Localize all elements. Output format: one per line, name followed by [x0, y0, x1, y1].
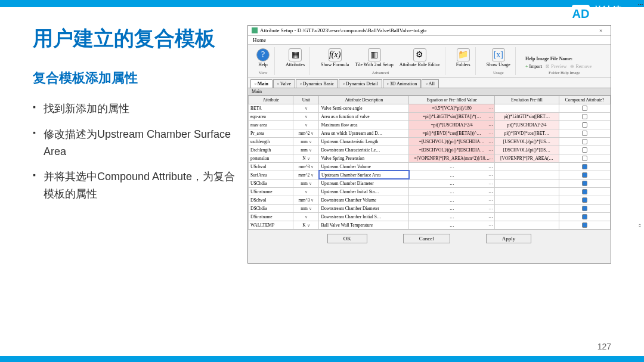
ok-button[interactable]: OK: [327, 234, 367, 243]
table-row[interactable]: Dschlengthmm ∨Downstream Characteristic …: [249, 146, 611, 154]
bullet-item: 找到新添加的属性: [33, 100, 236, 117]
table-row[interactable]: SurfAreamm^2 ∨Upstream Chamber Surface A…: [249, 171, 611, 179]
compound-checkbox[interactable]: [582, 197, 587, 203]
page-number: 127: [597, 342, 611, 351]
attributes-button[interactable]: ▦Attributes: [284, 47, 306, 69]
slide-subtitle: 复合模板添加属性: [33, 69, 236, 87]
folders-button[interactable]: 📁Folders: [455, 47, 472, 69]
compound-checkbox[interactable]: [582, 122, 587, 128]
ribbon-tab-home[interactable]: Home: [248, 36, 611, 45]
apply-button[interactable]: Apply: [486, 234, 532, 243]
table-row[interactable]: Pr_areamm^2 ∨Area on which Upstream and …: [249, 129, 611, 137]
table-row[interactable]: max-area ∨Maximum flow area=pi()*[USCHDI…: [249, 120, 611, 129]
compound-checkbox[interactable]: [582, 214, 587, 219]
compound-checkbox[interactable]: [582, 172, 587, 178]
bullet-item: 并将其选中Compound Attribute，为复合模板的属性: [33, 168, 236, 203]
tab-dynamics-basic[interactable]: ▫ Dynamics Basic: [296, 79, 338, 88]
preview-button[interactable]: ⊡ Preview: [546, 64, 566, 69]
tab-valve[interactable]: ▫ Valve: [273, 79, 295, 88]
compound-checkbox[interactable]: [582, 156, 587, 161]
bullet-item: 修改描述为Upstream Chamber Surface Area: [33, 126, 236, 160]
table-row[interactable]: USinstname ∨Upstream Chamber Initial Sta…: [249, 187, 611, 196]
rule-editor-button[interactable]: ⚙Attribute Rule Editor: [398, 47, 441, 69]
help-button[interactable]: ?Help: [255, 47, 271, 69]
compound-checkbox[interactable]: [582, 189, 587, 194]
compound-checkbox[interactable]: [582, 206, 587, 211]
tab-3d-animation[interactable]: ▫ 3D Animation: [383, 79, 421, 88]
app-screenshot: Attribute Setup - D:\GTI\v2023\resrc\com…: [247, 25, 611, 264]
import-button[interactable]: + Import: [525, 64, 542, 69]
section-label: Main: [248, 88, 611, 95]
app-icon: [252, 27, 258, 33]
remove-button[interactable]: ⊖ Remove: [570, 64, 592, 69]
compound-checkbox[interactable]: [582, 131, 587, 136]
brand-logo: AD 艾迪捷 ATIC CHINA: [572, 5, 633, 23]
tab-dynamics-detail[interactable]: ▫ Dynamics Detail: [339, 79, 382, 88]
compound-checkbox[interactable]: [582, 164, 587, 169]
bullet-list: 找到新添加的属性 修改描述为Upstream Chamber Surface A…: [33, 100, 236, 203]
compound-checkbox[interactable]: [582, 106, 587, 111]
table-row[interactable]: BETA ∨Valve Semi-cone angle=0.5*[VCA]*pi…: [249, 104, 611, 112]
window-titlebar: Attribute Setup - D:\GTI\v2023\resrc\com…: [248, 26, 611, 36]
table-row[interactable]: USchvolmm^3 ∨Upstream Chamber Volume………: [249, 162, 611, 171]
table-row[interactable]: DSinstname ∨Downstream Chamber Initial S…: [249, 212, 611, 221]
help-image-label: Help Image File Name:: [525, 56, 572, 61]
show-usage-button[interactable]: [x]Show Usage: [485, 47, 512, 69]
compound-checkbox[interactable]: [582, 222, 587, 228]
table-row[interactable]: eqn-area ∨Area as a function of valve=pi…: [249, 112, 611, 120]
tile-with-button[interactable]: ▥Tile With 2nd Setup: [354, 47, 394, 69]
tab-main[interactable]: ▫ Main: [250, 79, 273, 88]
compound-checkbox[interactable]: [582, 147, 587, 153]
table-row[interactable]: USChdiamm ∨Upstream Chamber Diameter………: [249, 179, 611, 187]
tab-all[interactable]: ▫ All: [422, 79, 439, 88]
table-row[interactable]: pretensionN ∨Valve Spring Pretension=[VO…: [249, 154, 611, 162]
attribute-grid[interactable]: AttributeUnitAttribute DescriptionEquati…: [248, 95, 611, 230]
compound-checkbox[interactable]: [582, 139, 587, 144]
compound-checkbox[interactable]: [582, 181, 587, 186]
cancel-button[interactable]: Cancel: [403, 234, 450, 243]
table-row[interactable]: uschlengthmm ∨Upstream Characteristic Le…: [249, 137, 611, 146]
table-row[interactable]: WALLTEMPK ∨Ball Valve Wall Temperature………: [249, 221, 611, 229]
show-formula-button[interactable]: f(x)Show Formula: [320, 47, 350, 69]
table-row[interactable]: DSChdiamm ∨Downstream Chamber Diameter………: [249, 204, 611, 212]
slide-title: 用户建立的复合模板: [33, 25, 236, 52]
close-icon[interactable]: ×: [595, 27, 607, 33]
table-row[interactable]: DSchvolmm^3 ∨Downstream Chamber Volume………: [249, 196, 611, 204]
compound-checkbox[interactable]: [582, 114, 587, 119]
